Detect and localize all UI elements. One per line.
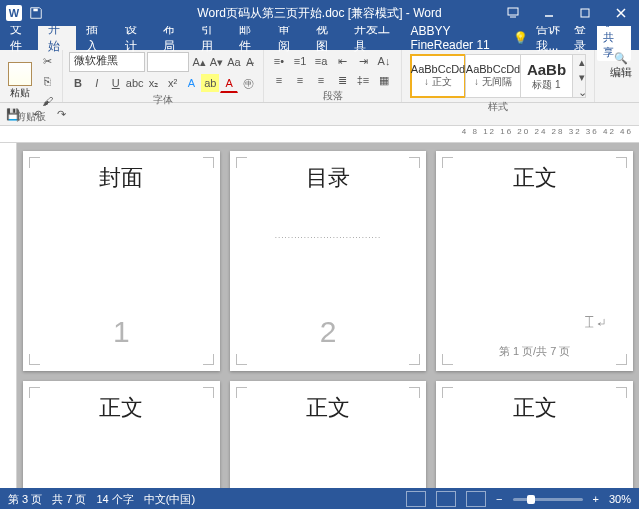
paste-icon xyxy=(8,62,32,86)
status-pages-total[interactable]: 共 7 页 xyxy=(52,492,86,507)
ribbon-tabs: 文件 开始 插入 设计 布局 引用 邮件 审阅 视图 开发工具 ABBYY Fi… xyxy=(0,26,639,50)
maximize-button[interactable] xyxy=(567,0,603,26)
status-language[interactable]: 中文(中国) xyxy=(144,492,195,507)
highlight-icon[interactable]: ab xyxy=(201,74,219,92)
tab-layout[interactable]: 布局 xyxy=(153,26,191,50)
print-layout-icon[interactable] xyxy=(436,491,456,507)
enclose-char-icon[interactable]: ㊥ xyxy=(239,74,257,92)
group-editing: 🔍 编辑 xyxy=(595,50,639,102)
page-thumbnail[interactable]: 目录 ································· 2 xyxy=(230,151,427,371)
save-qat-icon[interactable]: 💾 xyxy=(4,105,22,123)
font-name-select[interactable]: 微软雅黑 xyxy=(69,52,145,72)
zoom-in-button[interactable]: + xyxy=(593,493,599,505)
tab-insert[interactable]: 插入 xyxy=(76,26,114,50)
clear-format-icon[interactable]: A̶ xyxy=(244,53,257,71)
status-page[interactable]: 第 3 页 xyxy=(8,492,42,507)
style-name: 标题 1 xyxy=(532,78,560,92)
align-left-icon[interactable]: ≡ xyxy=(270,71,288,89)
grow-font-icon[interactable]: A▴ xyxy=(191,53,206,71)
page-number: 2 xyxy=(230,315,427,349)
style-no-spacing[interactable]: AaBbCcDd ↓ 无间隔 xyxy=(465,54,521,98)
redo-icon[interactable]: ↷ xyxy=(52,105,70,123)
vertical-ruler[interactable] xyxy=(0,143,17,488)
style-name: ↓ 正文 xyxy=(424,75,452,89)
cut-icon[interactable]: ✂ xyxy=(38,52,56,70)
font-color-icon[interactable]: A xyxy=(220,74,238,93)
window-title: Word页码从第三页开始.doc [兼容模式] - Word xyxy=(197,5,441,22)
line-spacing-icon[interactable]: ‡≡ xyxy=(354,71,372,89)
tab-review[interactable]: 审阅 xyxy=(268,26,306,50)
italic-button[interactable]: I xyxy=(88,74,106,92)
tab-references[interactable]: 引用 xyxy=(191,26,229,50)
tab-home[interactable]: 开始 xyxy=(38,26,76,50)
minimize-button[interactable] xyxy=(531,0,567,26)
tab-design[interactable]: 设计 xyxy=(115,26,153,50)
style-normal[interactable]: AaBbCcDd ↓ 正文 xyxy=(410,54,466,98)
web-layout-icon[interactable] xyxy=(466,491,486,507)
font-label: 字体 xyxy=(69,93,257,105)
subscript-button[interactable]: x₂ xyxy=(145,74,163,92)
page-heading: 正文 xyxy=(513,163,557,193)
align-right-icon[interactable]: ≡ xyxy=(312,71,330,89)
shrink-font-icon[interactable]: A▾ xyxy=(209,53,224,71)
styles-label: 样式 xyxy=(408,100,588,112)
text-effects-icon[interactable]: A xyxy=(182,74,200,92)
shading-icon[interactable]: ▦ xyxy=(375,71,393,89)
font-size-select[interactable] xyxy=(147,52,190,72)
paste-label: 粘贴 xyxy=(10,86,30,100)
group-font: 微软雅黑 A▴ A▾ Aa A̶ B I U abc x₂ x² A ab A … xyxy=(63,50,264,102)
page-heading: 正文 xyxy=(306,393,350,423)
svg-rect-0 xyxy=(33,9,37,12)
page-thumbnail[interactable]: 正文 xyxy=(436,381,633,488)
document-area: 封面 1 目录 ································… xyxy=(0,143,639,488)
page-thumbnail[interactable]: 封面 1 xyxy=(23,151,220,371)
change-case-icon[interactable]: Aa xyxy=(226,53,241,71)
underline-button[interactable]: U xyxy=(107,74,125,92)
page-thumbnail[interactable]: 正文 xyxy=(230,381,427,488)
tab-abbyy[interactable]: ABBYY FineReader 11 xyxy=(400,26,513,50)
status-bar: 第 3 页 共 7 页 14 个字 中文(中国) − + 30% xyxy=(0,488,639,509)
justify-icon[interactable]: ≣ xyxy=(333,71,351,89)
align-center-icon[interactable]: ≡ xyxy=(291,71,309,89)
paragraph-label: 段落 xyxy=(270,89,395,101)
multilevel-icon[interactable]: ≡a xyxy=(312,52,330,70)
zoom-out-button[interactable]: − xyxy=(496,493,502,505)
toc-dots: ································· xyxy=(275,233,381,242)
status-word-count[interactable]: 14 个字 xyxy=(96,492,133,507)
superscript-button[interactable]: x² xyxy=(164,74,182,92)
page-heading: 封面 xyxy=(99,163,143,193)
page-thumbnail[interactable]: 正文 ⌶ ↵ 第 1 页/共 7 页 xyxy=(436,151,633,371)
horizontal-ruler[interactable]: 4 8 12 16 20 24 28 32 36 42 46 xyxy=(0,126,639,143)
paste-button[interactable]: 粘贴 xyxy=(6,62,34,100)
svg-rect-2 xyxy=(581,9,589,17)
bold-button[interactable]: B xyxy=(69,74,87,92)
tab-view[interactable]: 视图 xyxy=(306,26,344,50)
zoom-slider[interactable] xyxy=(513,498,583,501)
save-icon[interactable] xyxy=(26,0,46,26)
editing-label: 编辑 xyxy=(610,65,632,80)
styles-expand[interactable]: ▴▾⌄ xyxy=(572,54,586,98)
page-heading: 正文 xyxy=(99,393,143,423)
copy-icon[interactable]: ⎘ xyxy=(38,72,56,90)
ruler-marks: 4 8 12 16 20 24 28 32 36 42 46 xyxy=(462,127,633,136)
find-icon[interactable]: 🔍 xyxy=(614,52,628,65)
decrease-indent-icon[interactable]: ⇤ xyxy=(333,52,351,70)
strikethrough-button[interactable]: abc xyxy=(126,74,144,92)
tab-developer[interactable]: 开发工具 xyxy=(344,26,400,50)
group-clipboard: 粘贴 ✂ ⎘ 🖌 剪贴板 xyxy=(0,50,63,102)
sort-icon[interactable]: A↓ xyxy=(375,52,393,70)
close-button[interactable] xyxy=(603,0,639,26)
increase-indent-icon[interactable]: ⇥ xyxy=(354,52,372,70)
undo-icon[interactable]: ↶ xyxy=(28,105,46,123)
style-sample: AaBb xyxy=(527,61,566,78)
page-thumbnail[interactable]: 正文 xyxy=(23,381,220,488)
tab-mailings[interactable]: 邮件 xyxy=(229,26,267,50)
numbering-icon[interactable]: ≡1 xyxy=(291,52,309,70)
read-mode-icon[interactable] xyxy=(406,491,426,507)
tab-file[interactable]: 文件 xyxy=(0,26,38,50)
zoom-level[interactable]: 30% xyxy=(609,493,631,505)
style-heading1[interactable]: AaBb 标题 1 xyxy=(520,54,573,98)
ribbon-options-icon[interactable] xyxy=(495,0,531,26)
bullets-icon[interactable]: ≡• xyxy=(270,52,288,70)
tell-me-icon[interactable]: 💡 xyxy=(513,31,528,45)
